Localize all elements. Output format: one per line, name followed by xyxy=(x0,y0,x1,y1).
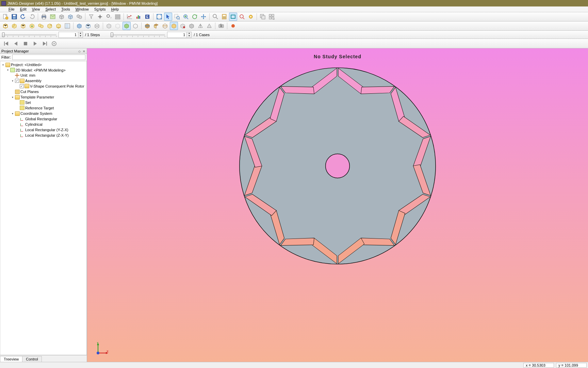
step-down[interactable]: ▼ xyxy=(78,35,83,37)
tree-template[interactable]: ▾Template Parameter xyxy=(11,95,86,100)
cut-plane-1[interactable] xyxy=(143,22,151,30)
wireframe-gray-1[interactable] xyxy=(105,22,113,30)
view-iso-1[interactable] xyxy=(1,22,10,30)
case-down[interactable]: ▼ xyxy=(186,35,191,37)
shade-outline[interactable] xyxy=(131,22,140,30)
tree-project[interactable]: ▾Project: <Untitled> xyxy=(1,62,86,67)
menu-window[interactable]: Window xyxy=(73,7,91,12)
tree-assembly[interactable]: ▾✓Assembly xyxy=(11,78,86,83)
list-button[interactable] xyxy=(114,13,122,21)
spreadsheet-button[interactable] xyxy=(63,22,71,30)
settings-dropdown-button[interactable] xyxy=(105,13,113,21)
cube1-button[interactable] xyxy=(58,13,66,21)
tree-coord-cylindrical[interactable]: Cylindrical xyxy=(15,122,86,127)
sparkle-button[interactable] xyxy=(96,13,104,21)
view-iso-6[interactable] xyxy=(46,22,54,30)
play-button[interactable] xyxy=(31,40,39,47)
shade-gray-solid[interactable] xyxy=(187,22,196,30)
tree-unit[interactable]: Unit: mm xyxy=(11,73,86,78)
export-button[interactable]: E xyxy=(143,13,151,21)
case-input[interactable] xyxy=(167,33,186,37)
view-iso-7[interactable] xyxy=(54,22,63,30)
toggle-rect-button[interactable] xyxy=(229,13,237,21)
mesh-tri-2[interactable] xyxy=(205,22,213,30)
gear-star-button[interactable] xyxy=(247,13,255,21)
record-button[interactable] xyxy=(229,22,237,30)
filter-input[interactable] xyxy=(12,55,86,60)
rotate-button[interactable] xyxy=(191,13,199,21)
redo-button[interactable] xyxy=(28,13,36,21)
step-input[interactable] xyxy=(59,33,78,37)
fit-button[interactable] xyxy=(155,13,163,21)
menu-file[interactable]: File xyxy=(6,7,17,12)
cut-plane-4[interactable] xyxy=(170,22,178,30)
search-button[interactable] xyxy=(211,13,219,21)
tree-coord-global[interactable]: Global Rectangular xyxy=(15,116,86,121)
first-button[interactable] xyxy=(3,40,10,47)
menu-tools[interactable]: Tools xyxy=(59,7,72,12)
panel-float-icon[interactable]: ◇ xyxy=(78,50,81,53)
shade-3[interactable] xyxy=(93,22,101,30)
shade-green[interactable] xyxy=(122,22,131,30)
menu-select[interactable]: Select xyxy=(43,7,58,12)
tab-treeview[interactable]: Treeview xyxy=(0,356,22,362)
tree-model[interactable]: ▾2D Model: <PMVM Modeling> xyxy=(6,67,86,73)
filter-button[interactable] xyxy=(87,13,95,21)
zoom-fit-red-button[interactable] xyxy=(238,13,246,21)
rotor-checkbox[interactable]: ✓ xyxy=(20,84,24,88)
cut-plane-3[interactable] xyxy=(161,22,169,30)
tree-coord-local-yzx[interactable]: Local Rectangular (Y-Z-X) xyxy=(15,127,86,132)
tree-cutplanes[interactable]: Cut Planes xyxy=(11,89,86,94)
zoom-area-button[interactable] xyxy=(173,13,181,21)
print-button[interactable] xyxy=(40,13,48,21)
menu-help[interactable]: Help xyxy=(109,7,121,12)
calculator-button[interactable] xyxy=(220,13,228,21)
assembly-checkbox[interactable]: ✓ xyxy=(15,79,19,83)
shade-2[interactable] xyxy=(84,22,92,30)
view-iso-4[interactable] xyxy=(28,22,36,30)
viewport[interactable]: No Study Selected Y X xyxy=(87,48,588,362)
shade-1[interactable] xyxy=(75,22,83,30)
tree-coordsys[interactable]: ▾Coordinate System xyxy=(11,111,86,116)
view-iso-2[interactable] xyxy=(10,22,18,30)
panel-close-icon[interactable]: ✕ xyxy=(83,50,85,53)
tab-control[interactable]: Control xyxy=(22,356,42,362)
step-spinner[interactable]: ▲▼ xyxy=(59,32,83,38)
prev-button[interactable] xyxy=(12,40,20,47)
camera-button[interactable] xyxy=(217,22,225,30)
case-up[interactable]: ▲ xyxy=(186,32,191,35)
copy-window-button[interactable] xyxy=(259,13,267,21)
chart-colored-button[interactable] xyxy=(134,13,143,21)
step-slider[interactable] xyxy=(2,32,56,38)
cut-plane-5[interactable] xyxy=(179,22,187,30)
step-up[interactable]: ▲ xyxy=(78,32,83,35)
menu-edit[interactable]: Edit xyxy=(18,7,29,12)
new-button[interactable] xyxy=(1,13,10,21)
zoom-dynamic-button[interactable] xyxy=(182,13,190,21)
pan-button[interactable] xyxy=(199,13,208,21)
tree-rotor[interactable]: ✓V-Shape Consequent Pole Rotor xyxy=(15,83,86,89)
geometry-editor-button[interactable] xyxy=(49,13,57,21)
cubes-button[interactable] xyxy=(75,13,83,21)
project-tree[interactable]: ▾Project: <Untitled> ▾2D Model: <PMVM Mo… xyxy=(0,61,87,355)
case-slider[interactable] xyxy=(111,32,165,38)
last-button[interactable] xyxy=(41,40,48,47)
case-spinner[interactable]: ▲▼ xyxy=(167,32,192,38)
tree-set[interactable]: Set xyxy=(15,100,86,105)
view-iso-5[interactable] xyxy=(37,22,45,30)
mesh-tri-1[interactable] xyxy=(196,22,205,30)
tree-reftarget[interactable]: Reference Target xyxy=(15,105,86,110)
tile-windows-button[interactable] xyxy=(267,13,276,21)
chart-button[interactable] xyxy=(126,13,134,21)
menu-scripts[interactable]: Scripts xyxy=(92,7,108,12)
cube2-button[interactable] xyxy=(66,13,75,21)
select-arrow-button[interactable] xyxy=(164,13,172,21)
wireframe-gray-2[interactable] xyxy=(114,22,122,30)
undo-button[interactable] xyxy=(19,13,27,21)
cut-plane-2[interactable] xyxy=(152,22,160,30)
config-playback-button[interactable] xyxy=(50,40,58,47)
view-iso-3[interactable] xyxy=(19,22,27,30)
menu-view[interactable]: View xyxy=(30,7,43,12)
tree-coord-local-zxy[interactable]: Local Rectangular (Z-X-Y) xyxy=(15,133,86,138)
stop-button[interactable] xyxy=(22,40,29,47)
